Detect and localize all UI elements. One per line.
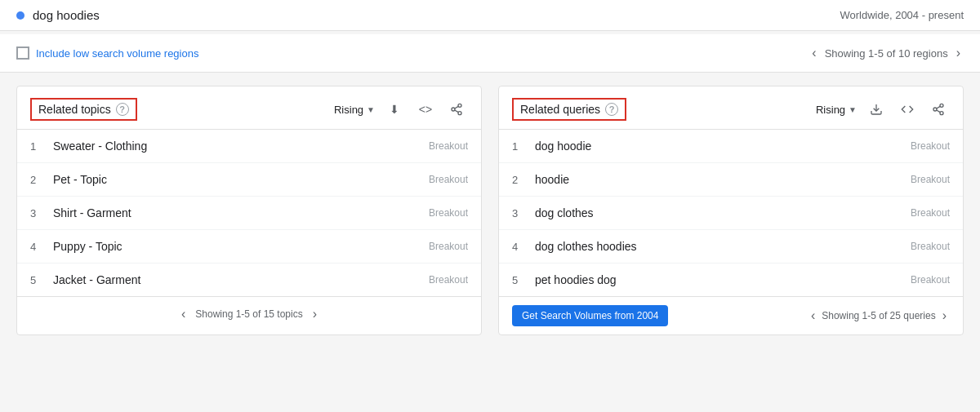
filter-right: ‹ Showing 1-5 of 10 regions › (808, 44, 964, 62)
related-queries-rows: 1 dog hoodie Breakout 2 hoodie Breakout … (499, 130, 963, 296)
related-queries-sort-arrow: ▼ (849, 105, 857, 114)
row-badge: Breakout (429, 241, 468, 252)
svg-line-10 (937, 106, 941, 109)
low-volume-checkbox[interactable] (16, 47, 29, 60)
table-row: 1 Sweater - Clothing Breakout (17, 130, 481, 163)
related-topics-download-btn[interactable]: ⬇ (383, 98, 406, 121)
related-topics-panel: Related topics ? Rising ▼ ⬇ <> 1 Sweater… (16, 86, 482, 335)
table-row: 2 Pet - Topic Breakout (17, 163, 481, 197)
row-query-text[interactable]: dog clothes (535, 206, 904, 219)
svg-line-9 (937, 110, 941, 113)
row-number: 2 (30, 174, 47, 186)
row-badge: Breakout (429, 274, 468, 286)
main-content: Related topics ? Rising ▼ ⬇ <> 1 Sweater… (0, 73, 980, 348)
svg-point-8 (940, 112, 943, 115)
row-badge: Breakout (911, 274, 950, 286)
svg-line-4 (455, 106, 459, 109)
row-number: 1 (512, 140, 528, 153)
queries-prev-arrow[interactable]: ‹ (808, 307, 818, 325)
row-number: 3 (512, 207, 528, 219)
queries-showing-text: Showing 1-5 of 25 queries (822, 310, 935, 321)
related-topics-header: Related topics ? Rising ▼ ⬇ <> (17, 86, 481, 130)
search-dot-icon (16, 11, 24, 20)
row-badge: Breakout (911, 174, 950, 185)
topics-showing-text: Showing 1-5 of 15 topics (195, 308, 302, 320)
svg-point-2 (458, 112, 461, 115)
filter-label[interactable]: Include low search volume regions (36, 47, 198, 60)
svg-point-6 (940, 104, 943, 107)
row-topic-text[interactable]: Sweater - Clothing (53, 140, 422, 153)
row-query-text[interactable]: pet hoodies dog (535, 273, 904, 286)
related-queries-sort-label: Rising (816, 104, 845, 116)
table-row: 5 Jacket - Garment Breakout (17, 264, 481, 296)
queries-footer-right: ‹ Showing 1-5 of 25 queries › (808, 307, 950, 325)
row-number: 1 (30, 140, 47, 153)
related-queries-header-left: Related queries ? (512, 98, 626, 121)
related-queries-header-right: Rising ▼ (816, 98, 950, 121)
table-row: 5 pet hoodies dog Breakout (499, 264, 963, 296)
table-row: 3 dog clothes Breakout (499, 197, 963, 230)
regions-prev-arrow[interactable]: ‹ (808, 44, 819, 62)
date-range: Worldwide, 2004 - present (840, 9, 964, 21)
table-row: 4 Puppy - Topic Breakout (17, 230, 481, 264)
related-queries-footer: Get Search Volumes from 2004 ‹ Showing 1… (499, 296, 963, 334)
row-topic-text[interactable]: Pet - Topic (53, 173, 422, 186)
table-row: 2 hoodie Breakout (499, 163, 963, 197)
topics-prev-arrow[interactable]: ‹ (178, 305, 189, 323)
row-badge: Breakout (911, 241, 950, 252)
related-queries-panel: Related queries ? Rising ▼ (498, 86, 964, 335)
row-query-text[interactable]: hoodie (535, 173, 904, 186)
related-queries-sort-dropdown[interactable]: Rising ▼ (816, 104, 857, 116)
related-queries-title-box: Related queries ? (512, 98, 626, 121)
row-number: 2 (512, 174, 528, 186)
row-number: 5 (512, 274, 528, 286)
row-badge: Breakout (911, 140, 950, 152)
row-query-text[interactable]: dog clothes hoodies (535, 240, 904, 253)
table-row: 1 dog hoodie Breakout (499, 130, 963, 163)
related-queries-share-btn[interactable] (927, 98, 950, 121)
related-topics-header-left: Related topics ? (30, 98, 137, 121)
related-queries-help-icon[interactable]: ? (605, 103, 618, 116)
top-bar: dog hoodies Worldwide, 2004 - present (0, 0, 980, 31)
queries-next-arrow[interactable]: › (939, 307, 950, 325)
row-badge: Breakout (429, 174, 468, 185)
row-number: 4 (512, 241, 528, 253)
svg-point-1 (452, 108, 455, 111)
table-row: 4 dog clothes hoodies Breakout (499, 230, 963, 264)
topics-next-arrow[interactable]: › (310, 305, 320, 323)
row-number: 4 (30, 241, 47, 253)
svg-point-7 (933, 108, 937, 111)
svg-line-3 (455, 110, 459, 113)
related-topics-code-btn[interactable]: <> (414, 98, 437, 121)
row-badge: Breakout (911, 207, 950, 219)
row-badge: Breakout (429, 140, 468, 152)
related-topics-share-btn[interactable] (445, 98, 468, 121)
top-bar-left: dog hoodies (16, 8, 100, 22)
search-term: dog hoodies (33, 8, 100, 22)
related-topics-sort-label: Rising (334, 104, 363, 116)
regions-showing-text: Showing 1-5 of 10 regions (825, 47, 948, 60)
related-queries-title: Related queries (520, 103, 600, 116)
related-queries-code-btn[interactable] (896, 98, 919, 121)
related-queries-download-btn[interactable] (865, 98, 888, 121)
filter-bar: Include low search volume regions ‹ Show… (0, 34, 980, 73)
svg-point-0 (458, 104, 461, 107)
row-number: 5 (30, 274, 47, 286)
row-number: 3 (30, 207, 47, 219)
row-topic-text[interactable]: Shirt - Garment (53, 206, 422, 219)
row-query-text[interactable]: dog hoodie (535, 140, 904, 153)
related-topics-help-icon[interactable]: ? (116, 103, 129, 116)
related-topics-title-box: Related topics ? (30, 98, 137, 121)
related-topics-rows: 1 Sweater - Clothing Breakout 2 Pet - To… (17, 130, 481, 296)
related-topics-header-right: Rising ▼ ⬇ <> (334, 98, 468, 121)
row-topic-text[interactable]: Puppy - Topic (53, 240, 422, 253)
related-topics-sort-dropdown[interactable]: Rising ▼ (334, 104, 375, 116)
get-volumes-button[interactable]: Get Search Volumes from 2004 (512, 305, 668, 326)
related-topics-sort-arrow: ▼ (367, 105, 375, 114)
related-topics-footer: ‹ Showing 1-5 of 15 topics › (17, 296, 481, 331)
regions-next-arrow[interactable]: › (953, 44, 964, 62)
related-topics-title: Related topics (38, 103, 111, 116)
row-topic-text[interactable]: Jacket - Garment (53, 273, 422, 286)
filter-left: Include low search volume regions (16, 47, 198, 60)
table-row: 3 Shirt - Garment Breakout (17, 197, 481, 230)
